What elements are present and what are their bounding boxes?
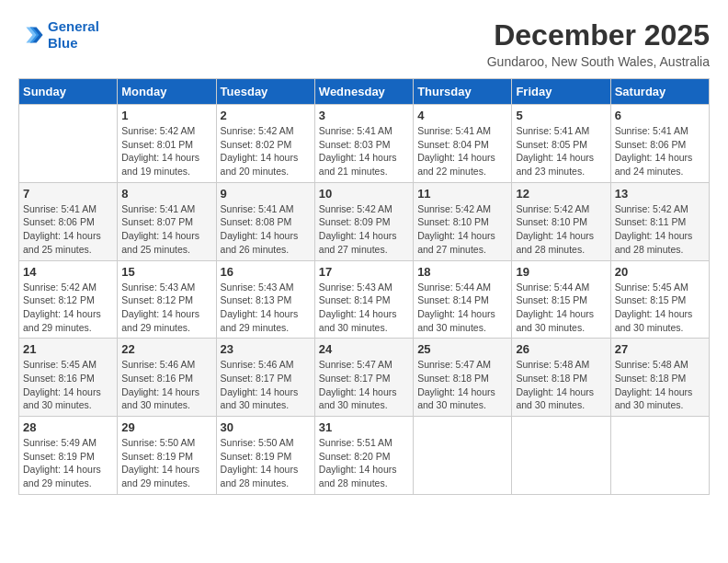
day-info: Sunrise: 5:47 AM Sunset: 8:17 PM Dayligh… [319, 358, 409, 412]
day-info: Sunrise: 5:43 AM Sunset: 8:12 PM Dayligh… [121, 281, 211, 335]
logo-line1: General [48, 18, 99, 34]
calendar-cell: 18Sunrise: 5:44 AM Sunset: 8:14 PM Dayli… [414, 260, 512, 339]
weekday-header: Sunday [19, 79, 118, 105]
day-info: Sunrise: 5:46 AM Sunset: 8:17 PM Dayligh… [221, 358, 311, 412]
calendar-cell [512, 417, 610, 495]
weekday-header: Tuesday [216, 79, 314, 105]
day-number: 16 [221, 265, 311, 279]
day-number: 4 [417, 109, 507, 122]
weekday-header: Wednesday [314, 79, 413, 105]
calendar-cell: 19Sunrise: 5:44 AM Sunset: 8:15 PM Dayli… [512, 260, 610, 339]
calendar-cell: 10Sunrise: 5:42 AM Sunset: 8:09 PM Dayli… [314, 182, 413, 260]
logo-text: General Blue [48, 18, 99, 52]
calendar-header: SundayMondayTuesdayWednesdayThursdayFrid… [19, 79, 710, 105]
calendar-cell: 14Sunrise: 5:42 AM Sunset: 8:12 PM Dayli… [19, 260, 118, 339]
calendar-week-row: 28Sunrise: 5:49 AM Sunset: 8:19 PM Dayli… [19, 417, 710, 495]
day-number: 20 [615, 265, 705, 279]
day-info: Sunrise: 5:42 AM Sunset: 8:11 PM Dayligh… [615, 202, 705, 257]
day-number: 15 [121, 265, 211, 279]
logo-icon [18, 22, 44, 48]
logo-line2: Blue [48, 35, 78, 51]
calendar-cell: 2Sunrise: 5:42 AM Sunset: 8:02 PM Daylig… [216, 105, 314, 183]
day-number: 31 [319, 420, 409, 434]
calendar-cell: 5Sunrise: 5:41 AM Sunset: 8:05 PM Daylig… [512, 105, 610, 183]
day-number: 10 [319, 187, 409, 201]
logo: General Blue [18, 18, 99, 52]
day-info: Sunrise: 5:50 AM Sunset: 8:19 PM Dayligh… [121, 436, 211, 490]
day-info: Sunrise: 5:45 AM Sunset: 8:16 PM Dayligh… [23, 358, 113, 412]
day-info: Sunrise: 5:41 AM Sunset: 8:03 PM Dayligh… [319, 124, 409, 178]
day-info: Sunrise: 5:41 AM Sunset: 8:08 PM Dayligh… [221, 202, 311, 257]
calendar-cell: 25Sunrise: 5:47 AM Sunset: 8:18 PM Dayli… [414, 339, 512, 417]
day-info: Sunrise: 5:48 AM Sunset: 8:18 PM Dayligh… [516, 358, 606, 412]
calendar-cell: 31Sunrise: 5:51 AM Sunset: 8:20 PM Dayli… [314, 417, 413, 495]
calendar-cell: 8Sunrise: 5:41 AM Sunset: 8:07 PM Daylig… [118, 182, 216, 260]
header: General Blue December 2025 Gundaroo, New… [18, 18, 710, 69]
calendar-cell: 11Sunrise: 5:42 AM Sunset: 8:10 PM Dayli… [414, 182, 512, 260]
month-year: December 2025 [487, 18, 710, 52]
calendar-cell: 6Sunrise: 5:41 AM Sunset: 8:06 PM Daylig… [610, 105, 709, 183]
day-info: Sunrise: 5:45 AM Sunset: 8:15 PM Dayligh… [615, 281, 705, 335]
calendar-table: SundayMondayTuesdayWednesdayThursdayFrid… [18, 78, 710, 495]
calendar-week-row: 1Sunrise: 5:42 AM Sunset: 8:01 PM Daylig… [19, 105, 710, 183]
weekday-header: Friday [512, 79, 610, 105]
calendar-week-row: 14Sunrise: 5:42 AM Sunset: 8:12 PM Dayli… [19, 260, 710, 339]
day-number: 7 [23, 187, 113, 201]
day-number: 13 [615, 187, 705, 201]
day-info: Sunrise: 5:47 AM Sunset: 8:18 PM Dayligh… [417, 358, 507, 412]
weekday-header: Thursday [414, 79, 512, 105]
calendar-cell: 30Sunrise: 5:50 AM Sunset: 8:19 PM Dayli… [216, 417, 314, 495]
calendar-cell [610, 417, 709, 495]
day-number: 1 [121, 109, 211, 122]
day-number: 11 [417, 187, 507, 201]
day-number: 29 [121, 420, 211, 434]
day-info: Sunrise: 5:41 AM Sunset: 8:05 PM Dayligh… [516, 124, 606, 178]
day-info: Sunrise: 5:42 AM Sunset: 8:10 PM Dayligh… [516, 202, 606, 257]
day-info: Sunrise: 5:48 AM Sunset: 8:18 PM Dayligh… [615, 358, 705, 412]
day-info: Sunrise: 5:42 AM Sunset: 8:10 PM Dayligh… [417, 202, 507, 257]
calendar-cell: 27Sunrise: 5:48 AM Sunset: 8:18 PM Dayli… [610, 339, 709, 417]
day-info: Sunrise: 5:41 AM Sunset: 8:06 PM Dayligh… [615, 124, 705, 178]
day-number: 12 [516, 187, 606, 201]
day-number: 25 [417, 342, 507, 356]
calendar-cell: 20Sunrise: 5:45 AM Sunset: 8:15 PM Dayli… [610, 260, 709, 339]
weekday-row: SundayMondayTuesdayWednesdayThursdayFrid… [19, 79, 710, 105]
day-number: 3 [319, 109, 409, 122]
calendar-cell: 15Sunrise: 5:43 AM Sunset: 8:12 PM Dayli… [118, 260, 216, 339]
calendar-body: 1Sunrise: 5:42 AM Sunset: 8:01 PM Daylig… [19, 105, 710, 495]
calendar-week-row: 21Sunrise: 5:45 AM Sunset: 8:16 PM Dayli… [19, 339, 710, 417]
day-info: Sunrise: 5:42 AM Sunset: 8:09 PM Dayligh… [319, 202, 409, 257]
day-number: 22 [121, 342, 211, 356]
calendar-cell: 23Sunrise: 5:46 AM Sunset: 8:17 PM Dayli… [216, 339, 314, 417]
calendar-cell: 22Sunrise: 5:46 AM Sunset: 8:16 PM Dayli… [118, 339, 216, 417]
day-info: Sunrise: 5:46 AM Sunset: 8:16 PM Dayligh… [121, 358, 211, 412]
calendar-cell: 26Sunrise: 5:48 AM Sunset: 8:18 PM Dayli… [512, 339, 610, 417]
calendar-cell: 16Sunrise: 5:43 AM Sunset: 8:13 PM Dayli… [216, 260, 314, 339]
calendar-cell: 21Sunrise: 5:45 AM Sunset: 8:16 PM Dayli… [19, 339, 118, 417]
weekday-header: Saturday [610, 79, 709, 105]
calendar-cell: 13Sunrise: 5:42 AM Sunset: 8:11 PM Dayli… [610, 182, 709, 260]
day-number: 6 [615, 109, 705, 122]
calendar-cell: 28Sunrise: 5:49 AM Sunset: 8:19 PM Dayli… [19, 417, 118, 495]
calendar-cell [414, 417, 512, 495]
day-info: Sunrise: 5:44 AM Sunset: 8:14 PM Dayligh… [417, 281, 507, 335]
day-number: 28 [23, 420, 113, 434]
weekday-header: Monday [118, 79, 216, 105]
day-info: Sunrise: 5:42 AM Sunset: 8:12 PM Dayligh… [23, 281, 113, 335]
day-number: 23 [221, 342, 311, 356]
day-info: Sunrise: 5:42 AM Sunset: 8:01 PM Dayligh… [121, 124, 211, 178]
day-info: Sunrise: 5:49 AM Sunset: 8:19 PM Dayligh… [23, 436, 113, 490]
day-number: 5 [516, 109, 606, 122]
day-info: Sunrise: 5:41 AM Sunset: 8:07 PM Dayligh… [121, 202, 211, 257]
day-info: Sunrise: 5:43 AM Sunset: 8:13 PM Dayligh… [221, 281, 311, 335]
calendar-cell: 7Sunrise: 5:41 AM Sunset: 8:06 PM Daylig… [19, 182, 118, 260]
day-number: 2 [221, 109, 311, 122]
day-info: Sunrise: 5:43 AM Sunset: 8:14 PM Dayligh… [319, 281, 409, 335]
day-number: 18 [417, 265, 507, 279]
day-number: 19 [516, 265, 606, 279]
calendar-cell: 9Sunrise: 5:41 AM Sunset: 8:08 PM Daylig… [216, 182, 314, 260]
location: Gundaroo, New South Wales, Australia [487, 54, 710, 69]
day-number: 17 [319, 265, 409, 279]
day-number: 24 [319, 342, 409, 356]
day-number: 8 [121, 187, 211, 201]
